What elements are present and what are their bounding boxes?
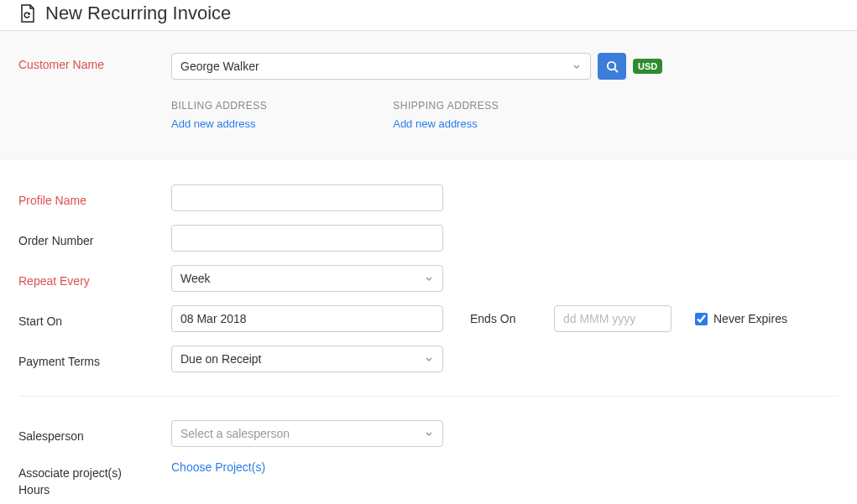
order-number-field[interactable] (180, 231, 434, 245)
repeat-every-label: Repeat Every (18, 269, 171, 288)
associate-projects-label-line2: Hours (18, 482, 171, 499)
salesperson-select[interactable]: Select a salesperson (171, 420, 443, 447)
customer-name-label: Customer Name (18, 53, 171, 71)
customer-search-button[interactable] (598, 53, 626, 80)
page-title: New Recurring Invoice (45, 3, 231, 24)
never-expires-label: Never Expires (713, 312, 787, 325)
start-on-field[interactable] (180, 312, 434, 325)
recurring-invoice-icon (18, 3, 37, 23)
ends-on-input[interactable] (554, 305, 671, 332)
never-expires-checkbox-wrap[interactable]: Never Expires (695, 312, 787, 325)
shipping-add-address-link[interactable]: Add new address (393, 117, 477, 130)
section-divider (18, 396, 839, 397)
customer-name-select[interactable]: George Walker (171, 53, 591, 80)
salesperson-placeholder: Select a salesperson (180, 427, 290, 440)
form-section: Profile Name Order Number Repeat Every W… (0, 159, 857, 498)
billing-address-heading: BILLING ADDRESS (171, 100, 267, 112)
billing-address-block: BILLING ADDRESS Add new address (171, 100, 267, 130)
customer-section: Customer Name George Walker USD (0, 31, 857, 159)
profile-name-input[interactable] (171, 184, 443, 211)
choose-projects-link[interactable]: Choose Project(s) (171, 460, 265, 474)
associate-projects-label: Associate project(s) Hours (18, 460, 171, 498)
payment-terms-value: Due on Receipt (180, 352, 262, 366)
payment-terms-select[interactable]: Due on Receipt (171, 346, 443, 372)
repeat-every-select[interactable]: Week (171, 265, 443, 292)
chevron-down-icon (572, 61, 582, 71)
associate-projects-label-line1: Associate project(s) (18, 465, 171, 482)
profile-name-label: Profile Name (18, 189, 171, 207)
billing-add-address-link[interactable]: Add new address (171, 117, 255, 130)
never-expires-checkbox[interactable] (695, 313, 708, 325)
payment-terms-label: Payment Terms (18, 350, 171, 368)
page-header: New Recurring Invoice (0, 0, 857, 31)
ends-on-field[interactable] (563, 312, 662, 325)
currency-badge: USD (633, 59, 662, 74)
svg-point-0 (607, 61, 614, 69)
salesperson-label: Salesperson (18, 424, 171, 443)
repeat-every-value: Week (180, 272, 211, 285)
order-number-label: Order Number (18, 229, 171, 247)
customer-name-value: George Walker (180, 60, 259, 73)
search-icon (606, 60, 619, 73)
start-on-label: Start On (18, 309, 171, 328)
order-number-input[interactable] (171, 225, 443, 252)
chevron-down-icon (424, 354, 434, 364)
chevron-down-icon (424, 273, 434, 283)
shipping-address-block: SHIPPING ADDRESS Add new address (393, 100, 499, 130)
ends-on-label: Ends On (470, 312, 530, 325)
profile-name-field[interactable] (180, 191, 434, 205)
shipping-address-heading: SHIPPING ADDRESS (393, 100, 499, 112)
chevron-down-icon (424, 429, 434, 439)
start-on-input[interactable] (171, 305, 443, 332)
